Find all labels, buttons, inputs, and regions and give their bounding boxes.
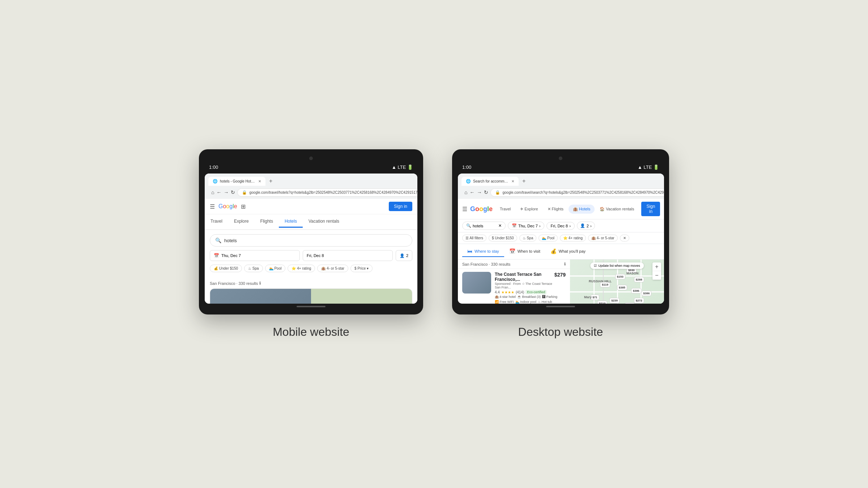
mobile-browser: 🌐 hotels - Google Hotel Search ✕ + ⌂ ← →…: [205, 174, 417, 304]
mobile-hotel-card[interactable]: Francisco $159 The Goldrush Inn San Fran…: [210, 288, 412, 304]
update-map-list-control[interactable]: ☑ Update list when map moves: [590, 262, 644, 269]
desktop-hotels-search[interactable]: 🔍 hotels ✕: [462, 222, 506, 230]
map-pin-71[interactable]: $71: [591, 295, 599, 300]
desktop-address-bar[interactable]: 🔒 google.com/travel/search?q=hotels&g2lb…: [490, 188, 664, 197]
filter-spa-d[interactable]: ♨ Spa: [519, 235, 537, 241]
forward-button[interactable]: →: [224, 188, 229, 197]
sign-in-button-d[interactable]: Sign in: [641, 202, 660, 216]
mobile-date-guest-row: 📅 Thu, Dec 7 Fri, Dec 8 👤 2: [210, 250, 412, 261]
mobile-device-container: 1:00 ▲ LTE 🔋 🌐 hotels - Google Hotel Sea…: [199, 149, 423, 339]
hamburger-icon-d[interactable]: ☰: [462, 206, 467, 213]
nav-flights[interactable]: Flights: [255, 216, 279, 228]
amenity-parking: 🅿 Parking: [542, 295, 557, 299]
desktop-active-tab[interactable]: 🌐 Search for accommodation... ✕: [461, 177, 519, 186]
when-to-visit-tab[interactable]: 📅 When to visit: [504, 246, 545, 257]
eco-badge-1: Eco-certified: [526, 290, 546, 294]
hotel-main-image: [210, 289, 311, 304]
calendar-icon-wt: 📅: [509, 248, 515, 254]
map-pin-386b[interactable]: $386: [642, 291, 652, 296]
map-pin-239[interactable]: $239: [609, 298, 620, 303]
filter-pool[interactable]: 🏊 Pool: [265, 265, 286, 272]
hamburger-icon[interactable]: ☰: [210, 203, 215, 210]
back-button-d[interactable]: ←: [469, 188, 475, 197]
what-youll-pay-tab[interactable]: 💰 What you'll pay: [545, 246, 591, 257]
sign-in-button[interactable]: Sign in: [389, 202, 412, 211]
home-indicator-d[interactable]: [546, 306, 575, 307]
zoom-out-button[interactable]: −: [652, 271, 661, 280]
where-to-stay-tab[interactable]: 🛏 Where to stay: [462, 246, 504, 257]
desktop-nav-hotels[interactable]: 🏨 Hotels: [569, 205, 595, 214]
mobile-status-bar: 1:00 ▲ LTE 🔋: [205, 163, 417, 171]
map-pin-386[interactable]: $386: [631, 288, 641, 294]
desktop-signal: ▲ LTE 🔋: [638, 164, 659, 170]
desktop-nav-explore[interactable]: ✈ Explore: [516, 205, 542, 214]
apps-icon[interactable]: ⊞: [241, 203, 246, 210]
tab-title: hotels - Google Hotel Search: [220, 179, 256, 183]
desktop-nav-travel[interactable]: Travel: [495, 205, 515, 213]
desktop-results-header: San Francisco · 330 results ℹ: [458, 260, 570, 269]
map-pin-272[interactable]: $272: [634, 298, 644, 303]
when-to-visit-label: When to visit: [518, 249, 540, 253]
what-youll-pay-label: What you'll pay: [559, 249, 586, 253]
filter-more-d[interactable]: ✕: [620, 235, 629, 241]
filter-star-d[interactable]: 🏨 4- or 5-star: [588, 235, 618, 241]
desktop-map[interactable]: $930 $153 $288 $119 $385 $386 $386 $71 $…: [570, 260, 664, 304]
desktop-guest-chip[interactable]: 👤 2 ›: [577, 222, 595, 230]
all-filters-chip[interactable]: ☰ All filters: [462, 235, 486, 241]
mobile-active-tab[interactable]: 🌐 hotels - Google Hotel Search ✕: [208, 177, 265, 186]
chevron-right-icon: ›: [539, 224, 541, 228]
desktop-hotel-card-1[interactable]: The Coast Terrace San Francisco,... Spon…: [458, 269, 570, 304]
nav-hotels[interactable]: Hotels: [279, 216, 303, 228]
desktop-device-container: 1:00 ▲ LTE 🔋 🌐 Search for accommodation.…: [452, 149, 669, 339]
home-button[interactable]: ⌂: [211, 188, 214, 197]
filter-price[interactable]: 💰 Under $150: [210, 265, 242, 272]
review-count-1: (414): [516, 290, 524, 294]
back-button[interactable]: ←: [216, 188, 221, 197]
nav-travel[interactable]: Travel: [205, 216, 228, 228]
new-tab-button[interactable]: +: [266, 176, 275, 186]
tab-close-icon[interactable]: ✕: [258, 179, 261, 183]
filter-rating-d[interactable]: ⭐ 4+ rating: [560, 235, 586, 241]
desktop-checkin-chip[interactable]: 📅 Thu, Dec 7 ›: [508, 222, 544, 230]
home-indicator[interactable]: [297, 306, 326, 307]
mobile-label: Mobile website: [273, 325, 349, 339]
map-pin-288[interactable]: $288: [634, 277, 644, 282]
desktop-browser-toolbar: ⌂ ← → ↻ 🔒 google.com/travel/search?q=hot…: [461, 186, 660, 199]
map-pin-153[interactable]: $153: [615, 274, 625, 279]
filter-price-range[interactable]: $ Price ▾: [350, 265, 373, 272]
refresh-button[interactable]: ↻: [231, 188, 235, 197]
amenity-wifi: 📶 Free WiFi: [495, 300, 514, 304]
guest-count: 2: [406, 253, 408, 258]
filter-star[interactable]: 🏨 4- or 5-star: [317, 265, 348, 272]
tab-close-icon-d[interactable]: ✕: [511, 179, 514, 183]
chevron-down-icon: ›: [590, 224, 592, 228]
nav-vacation[interactable]: Vacation rentals: [303, 216, 345, 228]
refresh-button-d[interactable]: ↻: [484, 188, 488, 197]
map-label-mason: MASON: [626, 271, 639, 275]
map-pin-385[interactable]: $385: [617, 285, 627, 290]
clear-search-icon[interactable]: ✕: [498, 223, 502, 228]
desktop-nav-flights[interactable]: ✕ Flights: [543, 205, 568, 214]
new-tab-button-d[interactable]: +: [519, 176, 528, 186]
desktop-hotel-sponsored-1: Sponsored · From ☆ The Coast Terrace San…: [495, 282, 554, 289]
mobile-address-bar[interactable]: 🔒 google.com/travel/hotels?q=hotels&g2lb…: [237, 188, 417, 197]
check-out-chip[interactable]: Fri, Dec 8: [303, 250, 393, 261]
mobile-hotels-search-box[interactable]: 🔍 hotels: [210, 234, 412, 247]
filter-price-d[interactable]: $ Under $150: [489, 235, 517, 241]
desktop-status-bar: 1:00 ▲ LTE 🔋: [458, 163, 663, 171]
zoom-in-button[interactable]: +: [652, 262, 661, 271]
desktop-browser-tabs: 🌐 Search for accommodation... ✕ +: [461, 176, 660, 186]
nav-explore[interactable]: Explore: [228, 216, 255, 228]
filter-pool-d[interactable]: 🏊 Pool: [539, 235, 558, 241]
guest-chip[interactable]: 👤 2: [396, 250, 412, 261]
desktop-checkout-chip[interactable]: Fri, Dec 8 ›: [546, 222, 574, 230]
map-pin-210[interactable]: $210: [597, 301, 607, 304]
map-zoom-controls[interactable]: + −: [652, 262, 661, 280]
home-button-d[interactable]: ⌂: [464, 188, 467, 197]
map-label-mary: Mary: [584, 295, 592, 299]
desktop-nav-vacation[interactable]: 🏠 Vacation rentals: [595, 205, 638, 214]
check-in-chip[interactable]: 📅 Thu, Dec 7: [210, 250, 300, 261]
filter-spa[interactable]: ♨ Spa: [244, 265, 263, 272]
forward-button-d[interactable]: →: [477, 188, 482, 197]
filter-rating[interactable]: ⭐ 4+ rating: [288, 265, 315, 272]
